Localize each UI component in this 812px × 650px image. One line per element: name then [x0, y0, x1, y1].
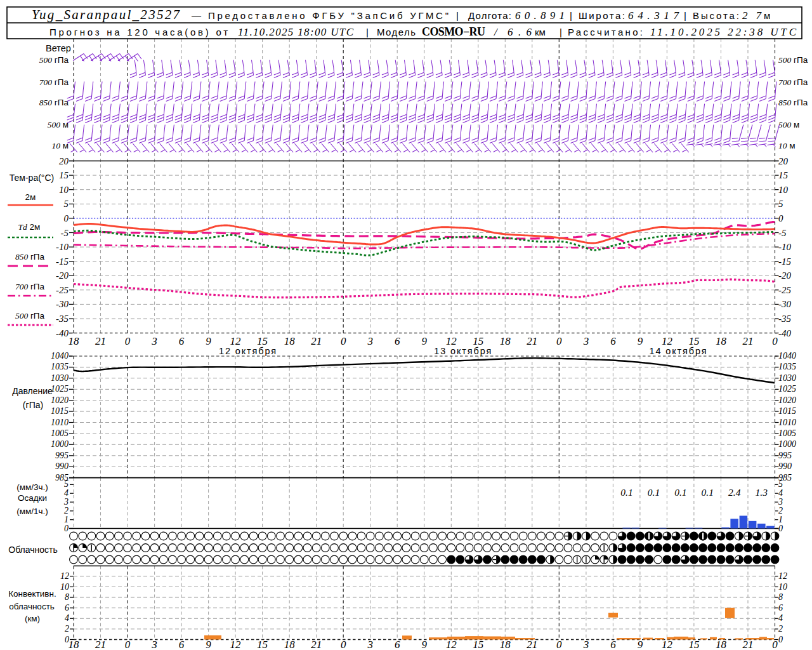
svg-text:12: 12	[446, 639, 457, 650]
svg-text:-10: -10	[56, 242, 69, 252]
svg-text:5: 5	[64, 199, 69, 209]
svg-text:500 м: 500 м	[48, 120, 69, 129]
svg-text:1005: 1005	[51, 428, 69, 438]
svg-text:18: 18	[716, 639, 727, 650]
svg-text:3: 3	[63, 497, 69, 507]
svg-text:-5: -5	[778, 228, 787, 238]
svg-text:Td 2м: Td 2м	[18, 222, 41, 232]
svg-text:0: 0	[772, 639, 778, 650]
svg-text:12: 12	[778, 571, 787, 581]
svg-text:18: 18	[500, 639, 511, 650]
svg-text:10 м: 10 м	[51, 141, 69, 150]
svg-text:1.3: 1.3	[756, 487, 768, 498]
svg-text:11.10.2025 18:00 UTC: 11.10.2025 18:00 UTC	[238, 26, 354, 38]
svg-text:1035: 1035	[51, 362, 69, 371]
svg-text:10: 10	[778, 185, 789, 195]
svg-text:0: 0	[556, 639, 562, 650]
svg-text:1005: 1005	[778, 428, 796, 438]
svg-text:1040: 1040	[778, 351, 796, 361]
svg-text:9: 9	[422, 335, 428, 347]
svg-text:15: 15	[257, 639, 268, 650]
svg-text:-40: -40	[778, 328, 791, 338]
svg-text:850 гПа: 850 гПа	[39, 98, 69, 107]
svg-text:-20: -20	[56, 270, 69, 281]
svg-text:0: 0	[64, 524, 69, 533]
svg-text:0.1: 0.1	[620, 487, 632, 498]
svg-text:Осадки: Осадки	[18, 493, 47, 503]
svg-text:15: 15	[59, 170, 69, 180]
svg-text:21: 21	[311, 335, 322, 347]
svg-text:-40: -40	[56, 328, 69, 338]
svg-text:0: 0	[556, 335, 562, 347]
svg-text:0: 0	[64, 213, 69, 223]
svg-text:6: 6	[65, 603, 69, 613]
svg-text:|: |	[366, 27, 369, 37]
svg-text:1: 1	[778, 515, 783, 524]
svg-text:2м: 2м	[25, 192, 36, 202]
svg-text:-35: -35	[56, 314, 69, 324]
svg-text:-5: -5	[61, 228, 69, 238]
svg-text:Тем-ра(°C): Тем-ра(°C)	[10, 173, 54, 183]
svg-text:-25: -25	[778, 285, 791, 295]
svg-text:18: 18	[500, 335, 511, 347]
svg-text:18: 18	[69, 335, 80, 347]
svg-text:9: 9	[206, 335, 211, 347]
svg-text:0: 0	[125, 639, 131, 650]
svg-text:0: 0	[341, 639, 346, 650]
svg-text:20: 20	[778, 156, 789, 166]
svg-text:-10: -10	[778, 242, 791, 252]
svg-text:9: 9	[638, 639, 643, 650]
svg-text:0.1: 0.1	[674, 487, 686, 498]
svg-text:12 октября: 12 октября	[219, 346, 276, 356]
svg-text:3: 3	[583, 639, 589, 650]
svg-text:Прогноз на 120 часа(ов) от: Прогноз на 120 часа(ов) от	[49, 27, 228, 37]
svg-text:12: 12	[662, 639, 673, 650]
svg-text:15: 15	[778, 170, 789, 180]
svg-text:700 гПа: 700 гПа	[39, 77, 69, 87]
svg-text:500 гПа: 500 гПа	[39, 55, 69, 65]
svg-text:15: 15	[473, 639, 483, 650]
svg-text:1020: 1020	[51, 395, 69, 405]
svg-text:1010: 1010	[778, 418, 796, 427]
svg-text:0: 0	[772, 335, 778, 347]
svg-text:-25: -25	[56, 285, 69, 295]
svg-text:500 м: 500 м	[778, 120, 799, 129]
svg-text:1015: 1015	[51, 406, 69, 416]
svg-text:9: 9	[422, 639, 428, 650]
svg-text:(км): (км)	[25, 614, 40, 623]
svg-text:1025: 1025	[778, 384, 796, 394]
svg-text:14 октября: 14 октября	[650, 346, 707, 356]
svg-text:1000: 1000	[51, 439, 69, 449]
svg-text:0: 0	[341, 335, 346, 347]
svg-text:1030: 1030	[51, 373, 69, 383]
svg-text:6: 6	[610, 335, 616, 347]
svg-text:3: 3	[367, 639, 373, 650]
svg-text:0: 0	[778, 524, 783, 533]
svg-text:|: |	[570, 10, 572, 21]
svg-text:3: 3	[367, 335, 373, 347]
svg-text:Давление: Давление	[12, 386, 53, 396]
svg-text:-30: -30	[778, 299, 791, 309]
svg-text:(гПа): (гПа)	[23, 400, 43, 410]
svg-text:10 м: 10 м	[778, 141, 796, 150]
svg-text:|: |	[560, 27, 562, 37]
svg-text:6: 6	[395, 639, 400, 650]
svg-text:2: 2	[65, 624, 69, 633]
svg-text:850 гПа: 850 гПа	[15, 252, 45, 262]
svg-text:1025: 1025	[51, 384, 69, 394]
svg-text:—: —	[192, 10, 201, 21]
svg-text:6: 6	[778, 603, 783, 613]
svg-text:6: 6	[610, 639, 616, 650]
svg-text:4: 4	[64, 488, 69, 498]
svg-text:18: 18	[69, 639, 80, 650]
svg-text:21: 21	[95, 639, 106, 650]
svg-text:21: 21	[743, 335, 754, 347]
svg-text:2: 2	[778, 624, 783, 633]
svg-text:1015: 1015	[778, 406, 796, 416]
svg-text:6: 6	[395, 335, 400, 347]
svg-text:1040: 1040	[51, 351, 69, 361]
svg-text:2.4: 2.4	[728, 487, 741, 498]
svg-text:12: 12	[60, 571, 69, 581]
svg-text:4: 4	[778, 488, 783, 498]
svg-text:21: 21	[527, 335, 537, 347]
